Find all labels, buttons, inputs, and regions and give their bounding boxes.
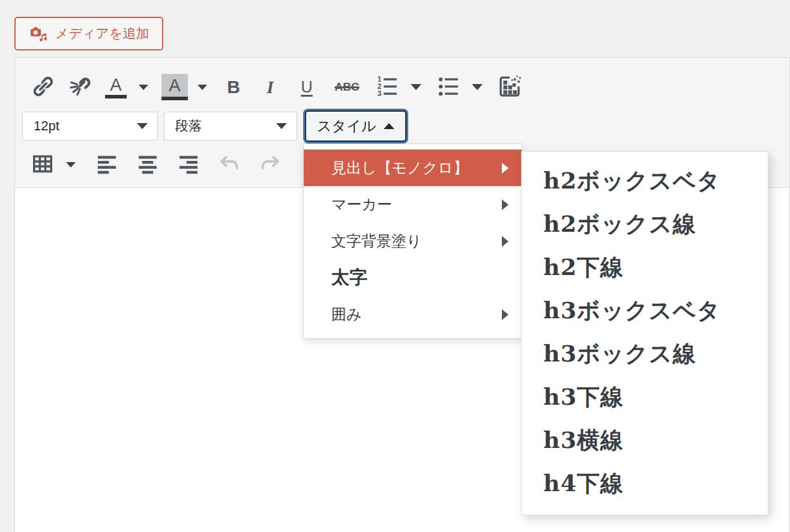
submenu-arrow-icon [502, 309, 508, 320]
ordered-list-button[interactable]: 1 2 3 [374, 74, 400, 100]
submenu-item-label: h3下線 [543, 382, 624, 413]
menu-item-label: 見出し【モノクロ】 [331, 158, 468, 178]
text-color-group: A [103, 74, 151, 100]
submenu-item-label: h3ボックス線 [543, 339, 696, 369]
styles-button-label: スタイル [317, 116, 376, 136]
bg-color-swatch [161, 97, 188, 100]
submenu-item-label: h3横線 [543, 425, 624, 456]
align-right-icon [176, 152, 201, 178]
chevron-down-icon [276, 123, 287, 129]
submenu-item-h3-box-line[interactable]: h3ボックス線 [522, 332, 768, 375]
align-left-button[interactable] [94, 151, 120, 178]
text-color-button[interactable]: A [103, 74, 129, 100]
redo-icon [258, 152, 282, 178]
strikethrough-icon: ABC [334, 80, 359, 94]
link-icon [31, 75, 54, 100]
submenu-item-label: h3ボックスベタ [543, 295, 720, 326]
submenu-item-h2-box-solid[interactable]: h2ボックスベタ [522, 159, 768, 202]
submenu-arrow-icon [502, 236, 508, 247]
align-center-icon [136, 152, 160, 178]
bold-icon: B [227, 77, 240, 97]
menu-item-label: 太字 [331, 265, 367, 290]
heading-styles-submenu: h2ボックスベタ h2ボックス線 h2下線 h3ボックスベタ h3ボックス線 h… [521, 151, 768, 515]
chevron-down-icon [472, 84, 483, 90]
text-color-swatch [105, 95, 127, 98]
add-media-label: メディアを追加 [55, 25, 149, 43]
strikethrough-button[interactable]: ABC [330, 74, 364, 100]
block-format-select[interactable]: 段落 [164, 112, 297, 141]
bullet-list-button[interactable] [435, 74, 462, 100]
redo-button[interactable] [257, 151, 283, 178]
submenu-item-h3-underline[interactable]: h3下線 [522, 375, 768, 419]
submenu-item-label: h4下線 [543, 468, 624, 499]
align-center-button[interactable] [134, 151, 161, 178]
bg-color-button[interactable]: A [161, 74, 188, 100]
menu-item-box[interactable]: 囲み [304, 296, 522, 333]
menu-item-marker[interactable]: マーカー [304, 186, 522, 223]
table-icon [31, 152, 55, 178]
unlink-button[interactable] [66, 74, 92, 100]
submenu-item-h4-underline[interactable]: h4下線 [522, 462, 768, 505]
table-group [29, 151, 79, 178]
font-size-value: 12pt [34, 118, 59, 134]
pixel-grid-icon [497, 74, 522, 101]
submenu-item-label: h2ボックスベタ [543, 166, 720, 196]
undo-icon [217, 152, 241, 178]
bold-button[interactable]: B [220, 74, 247, 100]
ordered-list-icon: 1 2 3 [375, 74, 399, 100]
undo-button[interactable] [216, 151, 243, 178]
chevron-up-icon [384, 123, 394, 129]
table-caret-button[interactable] [62, 151, 79, 178]
ordered-list-caret-button[interactable] [407, 74, 425, 100]
underline-icon: U [301, 78, 313, 97]
bullet-list-caret-button[interactable] [468, 74, 486, 100]
text-color-letter: A [110, 76, 121, 94]
link-button[interactable] [29, 74, 56, 100]
submenu-item-h2-box-line[interactable]: h2ボックス線 [522, 202, 768, 246]
text-color-caret-button[interactable] [136, 74, 151, 100]
underline-button[interactable]: U [294, 74, 320, 100]
menu-item-label: マーカー [331, 195, 392, 214]
styles-menu: 見出し【モノクロ】 マーカー 文字背景塗り 太字 囲み [303, 144, 522, 339]
toolbar-row-2: 12pt 段落 スタイル [22, 109, 789, 143]
submenu-arrow-icon [502, 163, 508, 174]
italic-button[interactable]: I [257, 74, 283, 100]
bullet-list-icon [436, 74, 460, 100]
menu-item-bold[interactable]: 太字 [304, 259, 522, 296]
chevron-down-icon [139, 85, 148, 90]
submenu-item-h3-hline[interactable]: h3横線 [522, 419, 768, 462]
chevron-down-icon [411, 84, 421, 90]
bg-color-group: A [161, 74, 210, 100]
submenu-item-h2-underline[interactable]: h2下線 [522, 246, 768, 289]
unlink-icon [68, 75, 91, 100]
table-button[interactable] [29, 151, 56, 178]
shortcode-grid-button[interactable] [496, 74, 523, 100]
bg-color-letter: A [169, 77, 180, 94]
chevron-down-icon [66, 162, 76, 168]
add-media-button[interactable]: メディアを追加 [14, 17, 163, 50]
submenu-item-h3-box-solid[interactable]: h3ボックスベタ [522, 289, 768, 332]
svg-text:3: 3 [378, 89, 382, 98]
italic-icon: I [267, 77, 274, 97]
menu-item-label: 文字背景塗り [331, 231, 422, 251]
align-left-icon [95, 152, 119, 178]
menu-item-label: 囲み [331, 304, 362, 324]
bg-color-caret-button[interactable] [194, 74, 210, 100]
menu-item-text-background[interactable]: 文字背景塗り [304, 223, 522, 259]
ordered-list-group: 1 2 3 [374, 74, 425, 100]
bullet-list-group [435, 74, 486, 100]
toolbar-row-1: A A B I U ABC [29, 68, 789, 106]
block-format-value: 段落 [175, 117, 202, 135]
camera-music-note-icon [28, 25, 47, 43]
submenu-item-label: h2ボックス線 [543, 209, 696, 240]
menu-item-heading-monochrome[interactable]: 見出し【モノクロ】 [304, 150, 522, 186]
chevron-down-icon [137, 123, 148, 129]
submenu-arrow-icon [502, 199, 508, 210]
chevron-down-icon [198, 85, 207, 90]
align-right-button[interactable] [175, 151, 202, 178]
styles-dropdown-button[interactable]: スタイル [305, 110, 406, 142]
submenu-item-label: h2下線 [543, 252, 624, 283]
font-size-select[interactable]: 12pt [22, 112, 158, 141]
